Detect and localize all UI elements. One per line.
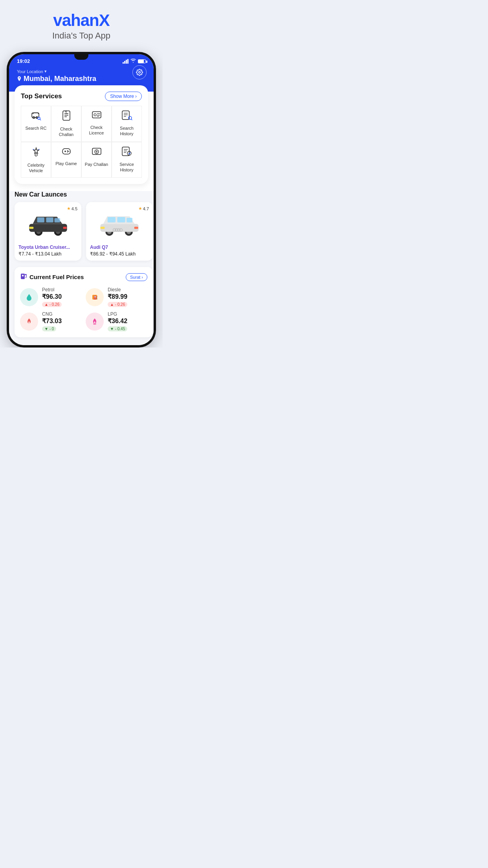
service-item-search-history[interactable]: Search History (112, 106, 142, 142)
service-icon (121, 146, 132, 159)
svg-rect-48 (108, 217, 116, 223)
fuel-name: Petrol (42, 287, 82, 292)
car-image-area: ★ 4.7 (90, 206, 149, 241)
service-item-play-game[interactable]: Play Game (51, 142, 81, 178)
service-label: Check Challan (53, 126, 79, 138)
svg-rect-39 (46, 217, 53, 223)
svg-point-24 (68, 151, 69, 151)
fuel-info-petrol: Petrol ₹96.30 ▲ - 0.26 (42, 287, 82, 307)
svg-rect-59 (25, 274, 26, 275)
svg-rect-50 (127, 218, 132, 223)
svg-text:₹: ₹ (65, 110, 67, 114)
svg-rect-8 (92, 112, 101, 118)
service-label: Search History (114, 125, 140, 137)
brand-name-blue: X (99, 11, 110, 29)
services-title: Top Services (21, 92, 62, 100)
svg-rect-51 (100, 227, 105, 229)
fuel-change: ▼ - 0 (42, 326, 56, 331)
brand-name-black: vahan (53, 11, 99, 29)
fuel-change: ▲ - 0.26 (108, 302, 127, 307)
services-header: Top Services Show More › (21, 92, 142, 101)
game-icon (61, 146, 72, 158)
services-grid: Search RC ₹ Check Challan Check Licence … (21, 106, 142, 178)
svg-point-62 (93, 323, 96, 325)
svg-line-5 (40, 120, 41, 121)
car-card[interactable]: ★ 4.7 (86, 202, 153, 261)
svg-text:⛽: ⛽ (94, 295, 98, 300)
services-card: Top Services Show More › Search RC ₹ Che… (15, 85, 148, 184)
fuel-location-button[interactable]: Surat › (126, 273, 147, 281)
status-time: 19:02 (17, 58, 30, 64)
service-item-check-licence[interactable]: Check Licence (81, 106, 112, 142)
fuel-item-cng: CNG ₹73.03 ▼ - 0 (20, 311, 82, 332)
fuel-info-lpg: LPG ₹36.42 ▼ - 0.45 (108, 311, 147, 332)
svg-rect-58 (22, 275, 24, 276)
service-label: Service History (114, 162, 140, 173)
search-history-icon (121, 110, 132, 123)
star-icon: ★ (138, 206, 142, 211)
pay-icon (92, 146, 102, 159)
svg-rect-28 (122, 147, 129, 156)
car-price: ₹86.92 - ₹94.45 Lakh (90, 251, 149, 257)
fuel-title: Current Fuel Prices (20, 272, 84, 281)
battery-icon (138, 59, 146, 63)
app-brand: vahanX India's Top App (52, 0, 110, 45)
svg-rect-38 (37, 217, 44, 223)
svg-point-23 (67, 150, 68, 151)
service-label: Pay Challan (85, 162, 108, 167)
svg-point-9 (94, 114, 96, 116)
svg-point-25 (67, 151, 68, 152)
fuel-name: CNG (42, 311, 82, 317)
cng-icon (20, 313, 38, 331)
fuel-pump-icon (20, 272, 27, 281)
fuel-info-diesel: Diesle ₹89.99 ▲ - 0.26 (108, 287, 147, 307)
main-content: New Car Launces ★ 4.5 (9, 191, 154, 345)
challan-icon: ₹ (62, 110, 71, 124)
fuel-price: ₹73.03 (42, 317, 82, 325)
car-name: Toyota Urban Cruiser... (18, 245, 77, 250)
star-icon: ★ (67, 206, 71, 211)
fuel-grid: Petrol ₹96.30 ▲ - 0.26 ⛽ Diesle ₹89.99 ▲… (20, 287, 147, 332)
fuel-section: Current Fuel Prices Surat › Petrol ₹96.3… (15, 267, 153, 337)
service-item-celebrity-vehicle[interactable]: Celebrity Vehicle (21, 142, 51, 178)
fuel-price: ₹89.99 (108, 293, 147, 300)
fuel-header: Current Fuel Prices Surat › (20, 272, 147, 281)
phone-frame: 19:02 Your Location ▾ (7, 52, 156, 348)
cars-grid: ★ 4.5 (15, 202, 153, 261)
licence-icon (92, 110, 102, 122)
service-label: Celebrity Vehicle (23, 162, 49, 174)
fuel-item-diesel: ⛽ Diesle ₹89.99 ▲ - 0.26 (86, 287, 147, 307)
car-rating: ★ 4.5 (67, 206, 77, 211)
service-item-pay-challan[interactable]: Pay Challan (81, 142, 112, 178)
lpg-icon (86, 313, 104, 331)
svg-rect-40 (55, 218, 61, 223)
location-label: Your Location ▾ (17, 69, 146, 74)
gear-button[interactable] (132, 65, 147, 79)
new-cars-title: New Car Launces (15, 191, 153, 198)
celebrity-icon (31, 146, 42, 160)
service-item-check-challan[interactable]: ₹ Check Challan (51, 106, 81, 142)
service-item-search-rc[interactable]: Search RC (21, 106, 51, 142)
wifi-icon (130, 58, 136, 64)
service-label: Search RC (26, 125, 47, 131)
svg-point-0 (139, 72, 141, 74)
car-rating: ★ 4.7 (138, 206, 149, 211)
signal-icon (123, 59, 128, 64)
car-name: Audi Q7 (90, 245, 149, 250)
fuel-change: ▼ - 0.45 (108, 326, 127, 331)
svg-line-18 (131, 119, 132, 120)
service-label: Play Game (55, 161, 77, 166)
app-subtitle: India's Top App (52, 31, 110, 41)
fuel-name: LPG (108, 311, 147, 317)
show-more-button[interactable]: Show More › (105, 92, 142, 101)
car-card[interactable]: ★ 4.5 (15, 202, 81, 261)
service-label: Check Licence (83, 125, 110, 136)
diesel-icon: ⛽ (86, 288, 104, 306)
fuel-item-petrol: Petrol ₹96.30 ▲ - 0.26 (20, 287, 82, 307)
fuel-price: ₹96.30 (42, 293, 82, 300)
service-item-service-history[interactable]: Service History (112, 142, 142, 178)
phone-screen: 19:02 Your Location ▾ (9, 54, 154, 345)
svg-rect-49 (117, 217, 125, 223)
fuel-name: Diesle (108, 287, 147, 292)
car-price: ₹7.74 - ₹13.04 Lakh (18, 251, 77, 257)
